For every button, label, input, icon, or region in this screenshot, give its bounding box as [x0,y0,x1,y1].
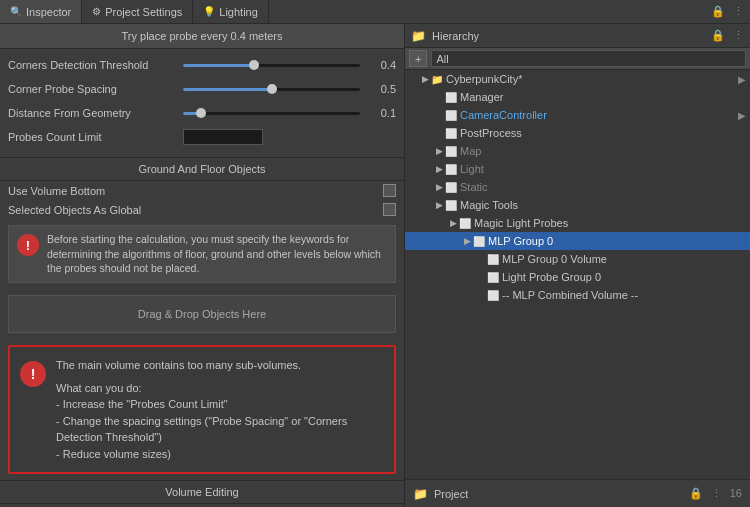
main-layout: Try place probe every 0.4 meters Corners… [0,24,750,507]
lock-icon: 🔒 [711,5,725,18]
settings-icon: ⚙ [92,6,101,17]
hierarchy-icon-cyberpunkcity: 📁 [431,74,443,85]
hierarchy-header: 📁 Hierarchy 🔒 ⋮ [405,24,750,48]
hierarchy-icon-magic-light-probes: ⬜ [459,218,471,229]
hierarchy-item-cyberpunkcity[interactable]: ▶ 📁 CyberpunkCity* ▶ [405,70,750,88]
hierarchy-icon-light: ⬜ [445,164,457,175]
selected-objects-global-label: Selected Objects As Global [8,204,383,216]
hierarchy-label-mlp-group-0: MLP Group 0 [488,235,750,247]
corners-detection-row: Corners Detection Threshold 0.4 [8,55,396,75]
corner-probe-spacing-row: Corner Probe Spacing 0.5 [8,79,396,99]
corner-probe-spacing-slider-track[interactable] [183,88,360,91]
hierarchy-lock-icon: 🔒 [711,29,725,42]
hierarchy-label-manager: Manager [460,91,750,103]
hierarchy-item-map[interactable]: ▶ ⬜ Map [405,142,750,160]
inspector-panel: Try place probe every 0.4 meters Corners… [0,24,405,507]
use-volume-bottom-checkbox[interactable] [383,184,396,197]
corner-probe-spacing-value: 0.5 [366,83,396,95]
drag-drop-label: Drag & Drop Objects Here [138,308,266,320]
top-tabs-bar: 🔍 Inspector ⚙ Project Settings 💡 Lightin… [0,0,750,24]
corner-probe-spacing-thumb [267,84,277,94]
hierarchy-item-light-probe-group-0[interactable]: ⬜ Light Probe Group 0 [405,268,750,286]
tab-project-settings-label: Project Settings [105,6,182,18]
hierarchy-item-light[interactable]: ▶ ⬜ Light [405,160,750,178]
hierarchy-icon-static: ⬜ [445,182,457,193]
hierarchy-icon-magic-tools: ⬜ [445,200,457,211]
hierarchy-icon-mlp-combined-volume: ⬜ [487,290,499,301]
tab-lighting-label: Lighting [219,6,258,18]
project-title: Project [434,488,468,500]
inspector-icon: 🔍 [10,6,22,17]
tab-project-settings[interactable]: ⚙ Project Settings [82,0,193,23]
use-volume-bottom-row: Use Volume Bottom [0,181,404,200]
hierarchy-list: ▶ 📁 CyberpunkCity* ▶ ⬜ Manager ⬜ CameraC… [405,70,750,479]
volume-editing-header: Volume Editing [0,480,404,504]
distance-geometry-slider-container: 0.1 [183,107,396,119]
project-lock-area: 🔒 ⋮ 16 [689,487,742,500]
hierarchy-item-cameracontroller[interactable]: ⬜ CameraController ▶ [405,106,750,124]
more-icon[interactable]: ⋮ [733,5,744,18]
hierarchy-label-magic-light-probes: Magic Light Probes [474,217,750,229]
use-volume-bottom-label: Use Volume Bottom [8,185,383,197]
hierarchy-icon-manager: ⬜ [445,92,457,103]
hierarchy-more-icon[interactable]: ⋮ [733,29,744,42]
tab-inspector[interactable]: 🔍 Inspector [0,0,82,23]
hierarchy-item-postprocess[interactable]: ⬜ PostProcess [405,124,750,142]
hierarchy-label-static: Static [460,181,750,193]
hierarchy-item-manager[interactable]: ⬜ Manager [405,88,750,106]
probes-count-row: Probes Count Limit 10000 [8,127,396,147]
hierarchy-item-mlp-combined-volume[interactable]: ⬜ -- MLP Combined Volume -- [405,286,750,304]
warning-box: ! Before starting the calculation, you m… [8,225,396,283]
probes-count-label: Probes Count Limit [8,131,183,143]
corners-detection-slider-fill [183,64,254,67]
corners-detection-slider-thumb [249,60,259,70]
corners-detection-value: 0.4 [366,59,396,71]
hierarchy-label-light-probe-group-0: Light Probe Group 0 [502,271,750,283]
hierarchy-icon-light-probe-group-0: ⬜ [487,272,499,283]
probes-count-input[interactable]: 10000 [183,129,263,145]
settings-section: Corners Detection Threshold 0.4 Corner P… [0,49,404,158]
hierarchy-icon-map: ⬜ [445,146,457,157]
tab-lighting[interactable]: 💡 Lighting [193,0,269,23]
hierarchy-label-magic-tools: Magic Tools [460,199,750,211]
hierarchy-item-magic-tools[interactable]: ▶ ⬜ Magic Tools [405,196,750,214]
hierarchy-icon-mlp-group-0-volume: ⬜ [487,254,499,265]
error-tip2: - Change the spacing settings ("Probe Sp… [56,413,384,446]
project-folder-icon: 📁 [413,487,428,501]
error-tip1: - Increase the "Probes Count Limit" [56,396,384,413]
distance-geometry-thumb [196,108,206,118]
hierarchy-label-light: Light [460,163,750,175]
hierarchy-item-static[interactable]: ▶ ⬜ Static [405,178,750,196]
probe-hint: Try place probe every 0.4 meters [0,24,404,49]
hierarchy-icon-postprocess: ⬜ [445,128,457,139]
hierarchy-add-button[interactable]: + [409,50,427,67]
hierarchy-title: Hierarchy [432,30,479,42]
project-lock-icon: 🔒 [689,487,703,500]
error-tip3: - Reduce volume sizes) [56,446,384,463]
selected-objects-global-row: Selected Objects As Global [0,200,404,219]
hierarchy-item-magic-light-probes[interactable]: ▶ ⬜ Magic Light Probes [405,214,750,232]
corner-probe-spacing-label: Corner Probe Spacing [8,83,183,95]
hierarchy-item-mlp-group-0[interactable]: ▶ ⬜ MLP Group 0 [405,232,750,250]
hierarchy-label-map: Map [460,145,750,157]
corner-probe-spacing-fill [183,88,272,91]
corners-detection-label: Corners Detection Threshold [8,59,183,71]
corners-detection-slider-container: 0.4 [183,59,396,71]
error-text: The main volume contains too many sub-vo… [56,357,384,462]
project-bar: 📁 Project 🔒 ⋮ 16 [405,479,750,507]
hierarchy-icon-cameracontroller: ⬜ [445,110,457,121]
warning-icon: ! [17,234,39,256]
distance-geometry-slider-track[interactable] [183,112,360,115]
project-more-icon[interactable]: ⋮ [711,487,722,500]
corners-detection-slider-track[interactable] [183,64,360,67]
hierarchy-search-input[interactable] [431,50,746,67]
selected-objects-global-checkbox[interactable] [383,203,396,216]
hierarchy-toolbar: + [405,48,750,70]
error-main-msg: The main volume contains too many sub-vo… [56,357,384,374]
hierarchy-lock-area: 🔒 ⋮ [711,29,744,42]
corner-probe-spacing-slider-container: 0.5 [183,83,396,95]
drag-drop-area[interactable]: Drag & Drop Objects Here [8,295,396,333]
project-page-num: 16 [730,487,742,500]
hierarchy-item-mlp-group-0-volume[interactable]: ⬜ MLP Group 0 Volume [405,250,750,268]
ground-floor-header: Ground And Floor Objects [0,158,404,181]
